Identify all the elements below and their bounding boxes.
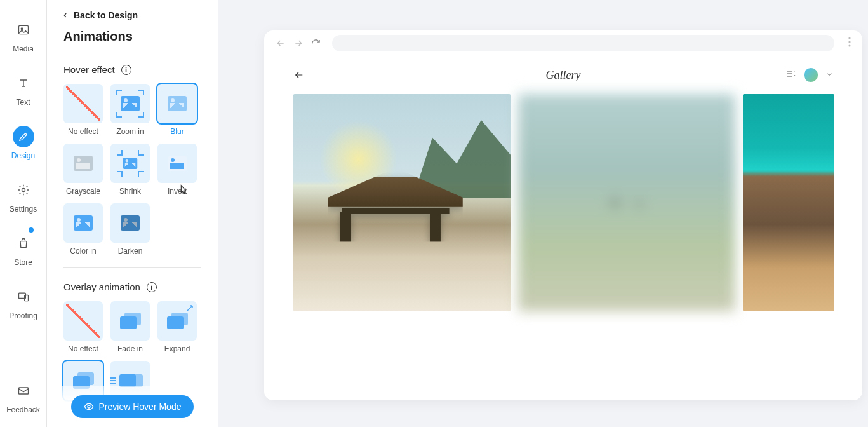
bag-icon [13, 233, 34, 254]
kebab-icon[interactable] [842, 37, 851, 50]
svg-point-8 [848, 41, 850, 43]
nav-design[interactable]: Design [0, 121, 46, 169]
gear-icon [13, 179, 34, 201]
svg-point-7 [848, 37, 850, 39]
avatar[interactable] [804, 68, 818, 82]
nav-text[interactable]: Text [0, 67, 46, 116]
download-icon[interactable] [634, 197, 644, 208]
overlay-option-fadein[interactable]: Fade in [110, 301, 150, 353]
preview-canvas: Gallery [218, 0, 868, 427]
effect-label: Grayscale [66, 187, 100, 196]
browser-frame: Gallery [264, 30, 862, 400]
page-back-icon[interactable] [293, 69, 305, 81]
info-icon[interactable]: i [121, 65, 131, 75]
page-header-right [785, 68, 833, 82]
preview-hover-button[interactable]: Preview Hover Mode [71, 395, 194, 418]
url-bar[interactable] [332, 35, 834, 51]
effect-label: No effect [68, 344, 98, 353]
effect-label: Blur [170, 127, 184, 136]
preview-button-label: Preview Hover Mode [99, 402, 182, 412]
effect-label: Expand [164, 344, 190, 353]
gallery-row [293, 94, 833, 311]
section-label-text: Overlay animation [63, 281, 140, 292]
browser-toolbar [264, 30, 862, 56]
heart-icon[interactable] [609, 197, 620, 208]
svg-point-2 [22, 189, 25, 192]
sidebar-scroll[interactable]: Hover effect i No effect Zoom in [47, 60, 218, 427]
nav-media[interactable]: Media [0, 14, 46, 62]
list-toggle-icon[interactable] [785, 69, 796, 81]
nav-feedback[interactable]: Feedback [0, 375, 46, 427]
image-icon [13, 19, 34, 41]
effect-label: Invert [168, 187, 187, 196]
expand-arrow-icon [186, 304, 194, 312]
gallery-image-3[interactable] [743, 94, 834, 311]
back-to-design-link[interactable]: Back to Design [62, 10, 218, 20]
nav-proofing[interactable]: Proofing [0, 281, 46, 329]
effect-label: Fade in [117, 344, 143, 353]
hover-option-zoomin[interactable]: Zoom in [110, 84, 150, 136]
page-body: Gallery [264, 56, 862, 400]
nav-store[interactable]: Store [0, 227, 46, 276]
nav-label: Proofing [9, 311, 37, 320]
pencil-icon [13, 126, 34, 147]
nav-label: Design [11, 151, 35, 160]
image-overlay [518, 94, 735, 311]
gallery-image-2[interactable] [518, 94, 735, 311]
effect-label: Color in [70, 247, 96, 255]
nav-label: Store [14, 258, 32, 267]
effect-label: Zoom in [116, 127, 144, 136]
nav-forward-icon[interactable] [293, 38, 304, 48]
effect-label: No effect [68, 127, 98, 136]
badge-dot [29, 227, 34, 233]
hover-option-shrink[interactable]: Shrink [110, 144, 150, 196]
panel-title: Animations [63, 29, 218, 44]
page-header: Gallery [293, 56, 833, 94]
hover-effect-grid: No effect Zoom in Blur [63, 84, 201, 255]
info-icon[interactable]: i [147, 282, 157, 292]
chevron-down-icon[interactable] [825, 69, 833, 81]
nav-settings[interactable]: Settings [0, 174, 46, 222]
divider [63, 267, 201, 268]
nav-label: Text [16, 98, 30, 107]
overlay-option-none[interactable]: No effect [63, 301, 103, 353]
overlay-option-expand[interactable]: Expand [157, 301, 197, 353]
gallery-image-1[interactable] [293, 94, 511, 311]
nav-label: Feedback [6, 405, 40, 414]
text-icon [13, 72, 34, 94]
svg-point-9 [848, 44, 850, 46]
section-overlay-label: Overlay animation i [63, 281, 201, 292]
hover-option-none[interactable]: No effect [63, 84, 103, 136]
sidebar-panel: Back to Design Animations Hover effect i… [47, 0, 218, 427]
effect-label: Darken [118, 247, 143, 255]
nav-label: Settings [10, 205, 37, 214]
device-icon [13, 286, 34, 308]
hover-option-darken[interactable]: Darken [110, 203, 150, 255]
eye-icon [84, 402, 94, 412]
hover-option-blur[interactable]: Blur [157, 84, 197, 136]
hover-option-colorin[interactable]: Color in [63, 203, 103, 255]
section-hover-label: Hover effect i [63, 64, 201, 75]
svg-rect-0 [18, 25, 28, 34]
page-title: Gallery [546, 69, 581, 82]
effect-label: Shrink [119, 187, 141, 196]
hover-option-grayscale[interactable]: Grayscale [63, 144, 103, 196]
nav-label: Media [13, 44, 34, 53]
mail-icon [13, 380, 34, 402]
section-label-text: Hover effect [63, 64, 115, 75]
nav-back-icon[interactable] [276, 38, 286, 48]
svg-rect-5 [18, 388, 28, 394]
hover-option-invert[interactable]: Invert [157, 144, 197, 196]
svg-point-1 [21, 28, 23, 30]
reload-icon[interactable] [311, 39, 321, 48]
back-label: Back to Design [74, 10, 138, 20]
nav-rail: Media Text Design Settings Store Proofin… [0, 0, 47, 427]
chevron-left-icon [62, 11, 69, 19]
svg-point-6 [88, 405, 90, 408]
preview-button-wrap: Preview Hover Mode [47, 386, 218, 427]
